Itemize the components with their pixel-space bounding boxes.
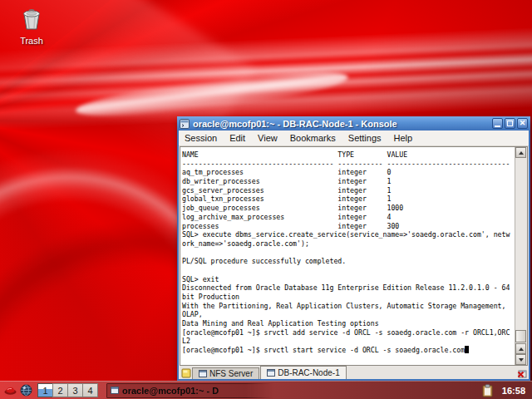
terminal-line: processes integer 300 [182, 222, 515, 231]
terminal-line: PL/SQL procedure successfully completed. [182, 257, 515, 266]
menu-help[interactable]: Help [394, 133, 413, 143]
maximize-button[interactable] [505, 118, 515, 129]
konsole-window: oracle@mcofp01:~ - DB-RAC-Node-1 - Konso… [177, 116, 530, 381]
redhat-menu-button[interactable] [3, 384, 17, 397]
tab-label: DB-RAC-Node-1 [278, 368, 339, 377]
arrow-up-icon [519, 151, 524, 155]
trash-can-icon [19, 7, 44, 32]
terminal-line: L2 [182, 337, 515, 346]
clipboard-icon [482, 384, 493, 397]
tab-bar: NFS ServerDB-RAC-Node-1 [180, 366, 528, 379]
terminal-line: log_archive_max_processes integer 4 [182, 213, 515, 222]
scrollbar[interactable] [515, 147, 527, 365]
terminal-line [182, 266, 515, 275]
terminal-line: aq_tm_processes integer 0 [182, 168, 515, 177]
terminal-line: bit Production [182, 293, 515, 302]
pager-desktop-4[interactable]: 4 [82, 383, 98, 397]
pager-desktop-3[interactable]: 3 [67, 383, 83, 397]
task-button-konsole[interactable]: oracle@mcofp01:~ - D [106, 383, 277, 398]
desktop: Trash oracle@mcofp01:~ - DB-RAC-Node-1 -… [0, 0, 532, 399]
menu-session[interactable]: Session [185, 133, 217, 143]
pager-desktop-2[interactable]: 2 [52, 383, 68, 397]
terminal-line: With the Partitioning, Real Application … [182, 302, 515, 311]
maximize-icon [507, 121, 513, 126]
terminal-line: SQL> execute dbms_service.create_service… [182, 230, 515, 239]
menu-edit[interactable]: Edit [229, 133, 245, 143]
klipper-button[interactable] [481, 384, 495, 397]
minimize-button[interactable] [492, 118, 503, 129]
konsole-icon [180, 119, 190, 129]
menu-view[interactable]: View [258, 133, 278, 143]
scroll-up-button[interactable] [515, 147, 526, 158]
terminal-line [182, 249, 515, 258]
terminal-line: [oracle@mcofp01 ~]$ srvctl start service… [182, 346, 515, 355]
terminal-line: Data Mining and Real Application Testing… [182, 319, 515, 328]
window-titlebar[interactable]: oracle@mcofp01:~ - DB-RAC-Node-1 - Konso… [177, 116, 530, 131]
trash-label: Trash [12, 36, 52, 46]
terminal-line: gcs_server_processes integer 1 [182, 186, 515, 195]
minimize-icon [495, 126, 500, 127]
tab-nfs-server[interactable]: NFS Server [192, 367, 259, 379]
menu-bar: SessionEditViewBookmarksSettingsHelp [179, 131, 529, 146]
redhat-icon [4, 384, 17, 397]
trash-desktop-icon[interactable]: Trash [12, 7, 52, 46]
new-session-icon [181, 368, 191, 378]
terminal-frame: NAME TYPE VALUE-------------------------… [180, 146, 528, 366]
scrollbar-thumb[interactable] [515, 330, 526, 342]
pager-desktop-1[interactable]: 1 [37, 383, 53, 397]
close-icon: ✕ [520, 120, 526, 127]
scroll-up-button-bottom[interactable] [515, 343, 526, 354]
terminal-line: ork_name=>'soaedg.oracle.com'); [182, 239, 515, 249]
close-session-icon [517, 368, 527, 378]
terminal-line: Disconnected from Oracle Database 11g En… [182, 283, 515, 293]
task-button-label: oracle@mcofp01:~ - D [122, 386, 219, 396]
menu-bookmarks[interactable]: Bookmarks [290, 133, 336, 143]
session-tabs: NFS ServerDB-RAC-Node-1 [192, 366, 347, 379]
arrow-up-icon [519, 347, 524, 351]
terminal-line: NAME TYPE VALUE [182, 150, 515, 160]
web-browser-button[interactable] [19, 384, 32, 397]
close-session-button[interactable] [515, 367, 528, 379]
globe-icon [20, 384, 32, 397]
terminal-cursor [465, 346, 469, 353]
arrow-down-icon [519, 358, 524, 362]
terminal-line: db_writer_processes integer 1 [182, 177, 515, 186]
terminal-output[interactable]: NAME TYPE VALUE-------------------------… [180, 147, 515, 365]
konsole-icon [111, 387, 119, 394]
terminal-line: SQL> exit [182, 275, 515, 284]
terminal-line: job_queue_processes integer 1000 [182, 204, 515, 213]
terminal-line: ------------------------------------- --… [182, 160, 515, 169]
desktop-pager: 1234 [38, 383, 98, 397]
window-buttons: ✕ [492, 118, 528, 129]
clock[interactable]: 16:58 [502, 386, 525, 396]
terminal-line: [oracle@mcofp01 ~]$ srvctl add service -… [182, 328, 515, 337]
menu-settings[interactable]: Settings [348, 133, 382, 143]
scroll-down-button[interactable] [515, 354, 526, 365]
window-title: oracle@mcofp01:~ - DB-RAC-Node-1 - Konso… [193, 119, 489, 129]
new-session-button[interactable] [180, 367, 192, 379]
konsole-icon [267, 369, 275, 377]
window-body: SessionEditViewBookmarksSettingsHelp NAM… [179, 131, 529, 379]
tab-db-rac-node-1[interactable]: DB-RAC-Node-1 [260, 366, 346, 379]
tab-label: NFS Server [209, 369, 253, 378]
close-button[interactable]: ✕ [517, 118, 528, 129]
terminal-line: global_txn_processes integer 1 [182, 195, 515, 204]
konsole-icon [199, 370, 207, 377]
terminal-line: OLAP, [182, 310, 515, 319]
taskbar: 1234 oracle@mcofp01:~ - D 16:58 [0, 381, 532, 399]
